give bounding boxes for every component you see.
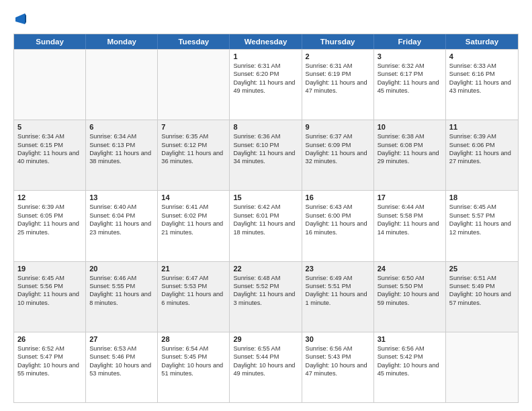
cal-cell: 9Sunrise: 6:37 AMSunset: 6:09 PMDaylight… xyxy=(302,120,374,190)
cal-cell: 25Sunrise: 6:51 AMSunset: 5:49 PMDayligh… xyxy=(446,262,518,332)
week-row-1: 1Sunrise: 6:31 AMSunset: 6:20 PMDaylight… xyxy=(14,49,518,120)
sunset-line: Sunset: 5:55 PM xyxy=(89,282,154,290)
week-row-4: 19Sunrise: 6:45 AMSunset: 5:56 PMDayligh… xyxy=(14,261,518,332)
sunrise-line: Sunrise: 6:49 AM xyxy=(306,274,370,282)
svg-marker-0 xyxy=(15,13,25,24)
daylight-line: Daylight: 11 hours and 16 minutes. xyxy=(306,220,370,236)
sunset-line: Sunset: 5:56 PM xyxy=(17,282,82,290)
cal-cell xyxy=(86,50,158,120)
sunrise-line: Sunrise: 6:53 AM xyxy=(89,345,154,353)
day-number: 26 xyxy=(17,335,82,343)
cal-cell: 27Sunrise: 6:53 AMSunset: 5:46 PMDayligh… xyxy=(86,332,158,402)
sunrise-line: Sunrise: 6:48 AM xyxy=(233,274,298,282)
cal-cell xyxy=(14,50,86,120)
day-number: 31 xyxy=(378,335,442,343)
sunrise-line: Sunrise: 6:41 AM xyxy=(161,203,226,211)
sunrise-line: Sunrise: 6:50 AM xyxy=(378,274,442,282)
sunrise-line: Sunrise: 6:31 AM xyxy=(306,62,370,70)
cal-cell: 11Sunrise: 6:39 AMSunset: 6:06 PMDayligh… xyxy=(446,120,518,190)
cal-cell: 31Sunrise: 6:56 AMSunset: 5:42 PMDayligh… xyxy=(374,332,446,402)
calendar: SundayMondayTuesdayWednesdayThursdayFrid… xyxy=(13,34,519,403)
sunset-line: Sunset: 5:47 PM xyxy=(17,353,82,361)
sunrise-line: Sunrise: 6:37 AM xyxy=(306,132,370,140)
cal-cell: 14Sunrise: 6:41 AMSunset: 6:02 PMDayligh… xyxy=(158,191,230,261)
sunrise-line: Sunrise: 6:43 AM xyxy=(306,203,370,211)
day-header-saturday: Saturday xyxy=(446,34,518,49)
header xyxy=(13,12,519,27)
daylight-line: Daylight: 10 hours and 51 minutes. xyxy=(161,361,226,378)
sunrise-line: Sunrise: 6:39 AM xyxy=(449,132,515,140)
sunset-line: Sunset: 6:08 PM xyxy=(378,141,442,149)
day-number: 22 xyxy=(233,265,298,273)
sunset-line: Sunset: 6:15 PM xyxy=(17,141,82,149)
day-number: 12 xyxy=(17,193,82,201)
cal-cell: 28Sunrise: 6:54 AMSunset: 5:45 PMDayligh… xyxy=(158,332,230,402)
daylight-line: Daylight: 11 hours and 14 minutes. xyxy=(378,220,442,236)
sunrise-line: Sunrise: 6:51 AM xyxy=(449,274,515,282)
sunset-line: Sunset: 6:02 PM xyxy=(161,212,226,220)
day-number: 25 xyxy=(449,265,515,273)
day-number: 14 xyxy=(161,193,226,201)
day-number: 24 xyxy=(378,265,442,273)
sunset-line: Sunset: 6:17 PM xyxy=(378,70,442,78)
sunset-line: Sunset: 6:05 PM xyxy=(17,212,82,220)
sunrise-line: Sunrise: 6:56 AM xyxy=(378,345,442,353)
day-number: 17 xyxy=(378,193,442,201)
sunset-line: Sunset: 6:12 PM xyxy=(161,141,226,149)
daylight-line: Daylight: 11 hours and 3 minutes. xyxy=(233,290,298,307)
sunset-line: Sunset: 5:45 PM xyxy=(161,353,226,361)
page: SundayMondayTuesdayWednesdayThursdayFrid… xyxy=(0,0,532,411)
cal-cell: 29Sunrise: 6:55 AMSunset: 5:44 PMDayligh… xyxy=(230,332,302,402)
cal-cell: 5Sunrise: 6:34 AMSunset: 6:15 PMDaylight… xyxy=(14,120,86,190)
day-number: 7 xyxy=(161,123,226,131)
cal-cell: 30Sunrise: 6:56 AMSunset: 5:43 PMDayligh… xyxy=(302,332,374,402)
daylight-line: Daylight: 10 hours and 53 minutes. xyxy=(89,361,154,378)
sunrise-line: Sunrise: 6:45 AM xyxy=(17,274,82,282)
daylight-line: Daylight: 10 hours and 59 minutes. xyxy=(378,290,442,307)
cal-cell: 18Sunrise: 6:45 AMSunset: 5:57 PMDayligh… xyxy=(446,191,518,261)
sunset-line: Sunset: 5:52 PM xyxy=(233,282,298,290)
daylight-line: Daylight: 11 hours and 1 minute. xyxy=(306,290,370,307)
sunrise-line: Sunrise: 6:54 AM xyxy=(161,345,226,353)
day-number: 21 xyxy=(161,265,226,273)
cal-cell: 26Sunrise: 6:52 AMSunset: 5:47 PMDayligh… xyxy=(14,332,86,402)
sunrise-line: Sunrise: 6:38 AM xyxy=(378,132,442,140)
week-row-5: 26Sunrise: 6:52 AMSunset: 5:47 PMDayligh… xyxy=(14,332,518,402)
sunset-line: Sunset: 5:53 PM xyxy=(161,282,226,290)
sunset-line: Sunset: 6:09 PM xyxy=(306,141,370,149)
sunset-line: Sunset: 6:13 PM xyxy=(89,141,154,149)
week-row-3: 12Sunrise: 6:39 AMSunset: 6:05 PMDayligh… xyxy=(14,190,518,261)
sunrise-line: Sunrise: 6:33 AM xyxy=(449,62,515,70)
cal-cell: 6Sunrise: 6:34 AMSunset: 6:13 PMDaylight… xyxy=(86,120,158,190)
sunset-line: Sunset: 6:10 PM xyxy=(233,141,298,149)
daylight-line: Daylight: 11 hours and 27 minutes. xyxy=(449,149,515,166)
sunset-line: Sunset: 6:00 PM xyxy=(306,212,370,220)
sunrise-line: Sunrise: 6:55 AM xyxy=(233,345,298,353)
day-number: 9 xyxy=(306,123,370,131)
sunset-line: Sunset: 6:01 PM xyxy=(233,212,298,220)
day-number: 5 xyxy=(17,123,82,131)
cal-cell: 7Sunrise: 6:35 AMSunset: 6:12 PMDaylight… xyxy=(158,120,230,190)
cal-cell: 20Sunrise: 6:46 AMSunset: 5:55 PMDayligh… xyxy=(86,262,158,332)
cal-cell: 19Sunrise: 6:45 AMSunset: 5:56 PMDayligh… xyxy=(14,262,86,332)
day-header-wednesday: Wednesday xyxy=(230,34,302,49)
sunset-line: Sunset: 5:46 PM xyxy=(89,353,154,361)
sunrise-line: Sunrise: 6:32 AM xyxy=(378,62,442,70)
day-number: 6 xyxy=(89,123,154,131)
daylight-line: Daylight: 11 hours and 45 minutes. xyxy=(378,79,442,95)
daylight-line: Daylight: 11 hours and 23 minutes. xyxy=(89,220,154,236)
sunrise-line: Sunrise: 6:40 AM xyxy=(89,203,154,211)
sunrise-line: Sunrise: 6:34 AM xyxy=(17,132,82,140)
day-header-friday: Friday xyxy=(374,34,446,49)
sunrise-line: Sunrise: 6:52 AM xyxy=(17,345,82,353)
sunset-line: Sunset: 5:50 PM xyxy=(378,282,442,290)
sunrise-line: Sunrise: 6:42 AM xyxy=(233,203,298,211)
cal-cell: 2Sunrise: 6:31 AMSunset: 6:19 PMDaylight… xyxy=(302,50,374,120)
sunset-line: Sunset: 6:20 PM xyxy=(233,70,298,78)
cal-cell: 23Sunrise: 6:49 AMSunset: 5:51 PMDayligh… xyxy=(302,262,374,332)
sunrise-line: Sunrise: 6:39 AM xyxy=(17,203,82,211)
sunrise-line: Sunrise: 6:45 AM xyxy=(449,203,515,211)
daylight-line: Daylight: 10 hours and 47 minutes. xyxy=(306,361,370,378)
cal-cell: 8Sunrise: 6:36 AMSunset: 6:10 PMDaylight… xyxy=(230,120,302,190)
cal-cell xyxy=(158,50,230,120)
